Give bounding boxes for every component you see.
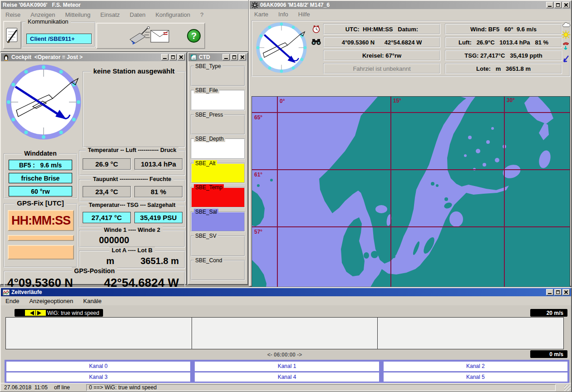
nav-info-panel: UTC: HH:MM:SS Datum: 4°09.5360 N 42°54.6… bbox=[251, 20, 570, 77]
lat-label-57: 57° bbox=[254, 229, 262, 235]
minimize-button[interactable] bbox=[161, 54, 168, 60]
window-reise: Reise '06AK0906' F.S. Meteor Reise Anzei… bbox=[0, 0, 250, 52]
minimize-button[interactable] bbox=[222, 54, 230, 60]
lat-label-61: 61° bbox=[254, 172, 262, 178]
feuchte-value: 81 % bbox=[134, 186, 182, 197]
kanal-button-grid: Kanal 0 Kanal 1 Kanal 2 Kanal 3 Kanal 4 … bbox=[5, 360, 569, 383]
overview-map[interactable]: 0° 15° 30° 65° 61° 57° bbox=[251, 96, 570, 292]
communication-panel: ? bbox=[96, 23, 205, 49]
time-span-label: <- 06:00:00 -> bbox=[246, 352, 323, 358]
scroll-left-icon[interactable] bbox=[30, 311, 34, 315]
channel-selector-pill: WiG: true wind speed bbox=[15, 309, 103, 317]
luft-temp: 26.9 °C bbox=[83, 158, 131, 170]
karte-title: 06AK0906 'M148/2' M147_6 bbox=[260, 2, 544, 8]
cockpit-titlebar[interactable]: Cockpit <Operator = Jost > bbox=[1, 53, 186, 61]
menu-hilfe[interactable]: Hilfe bbox=[298, 11, 310, 18]
menu-reise[interactable]: Reise bbox=[5, 11, 20, 18]
kanal-1-button[interactable]: Kanal 1 bbox=[195, 362, 379, 371]
lon-label-0: 0° bbox=[280, 98, 285, 104]
kanal-3-button[interactable]: Kanal 3 bbox=[6, 372, 190, 382]
maximize-button[interactable] bbox=[554, 2, 562, 8]
lon-label-30: 30° bbox=[507, 97, 515, 103]
gps-fix-bar-1 bbox=[8, 235, 74, 241]
utc-field: UTC: HH:MM:SS Datum: bbox=[323, 24, 440, 34]
minimize-button[interactable] bbox=[546, 289, 553, 295]
ctd-section-file: SBE_File bbox=[191, 90, 245, 110]
penguin-icon bbox=[3, 54, 10, 61]
ctd-section-alt: SBE_Alt bbox=[191, 163, 245, 183]
station-notice: keine Station ausgewählt bbox=[91, 67, 177, 75]
maximize-button[interactable] bbox=[231, 54, 238, 60]
reise-menubar: Reise Anzeigen Mitteilung Einsatz Daten … bbox=[1, 9, 249, 20]
scale-max-badge: 20 m/s bbox=[530, 309, 567, 317]
minimize-button[interactable] bbox=[546, 2, 553, 8]
client-select[interactable]: Client /SBE911+ bbox=[26, 34, 92, 44]
logbook-button[interactable] bbox=[3, 21, 21, 49]
ctd-section-sal: SBE_Sal bbox=[191, 211, 245, 232]
tsg-salz: 35,419 PSU bbox=[134, 212, 182, 223]
chart-pane-3 bbox=[378, 318, 563, 349]
zeit-titlebar[interactable]: Zeitverläufe bbox=[1, 288, 571, 296]
maximize-button[interactable] bbox=[169, 54, 177, 60]
menu-kanaele[interactable]: Kanäle bbox=[83, 298, 101, 304]
statusbar-message: 0 ==> WiG: true wind speed bbox=[86, 384, 556, 391]
close-button[interactable] bbox=[562, 2, 570, 8]
taupunkt-group: Taupunkt --------------- Feuchte 23,4 °C… bbox=[79, 179, 185, 202]
satellite-mail-icon bbox=[125, 26, 175, 49]
ctd-titlebar[interactable]: CTD bbox=[188, 53, 247, 61]
menu-info[interactable]: Info bbox=[278, 11, 288, 18]
wind-beaufort: BF5 : 9.6 m/s bbox=[9, 160, 72, 170]
menu-help[interactable]: ? bbox=[200, 11, 203, 18]
window-karte: 06AK0906 'M148/2' M147_6 Karte Info Hilf… bbox=[249, 0, 572, 287]
drift-arrow-icon bbox=[562, 55, 570, 67]
ctd-section-temp: SBE_Temp bbox=[191, 187, 245, 207]
menu-einsatz[interactable]: Einsatz bbox=[100, 11, 120, 18]
statusbar-connection: off line bbox=[54, 384, 70, 391]
compass-star-icon bbox=[251, 2, 258, 9]
menu-ende[interactable]: Ende bbox=[5, 298, 19, 304]
maximize-button[interactable] bbox=[554, 289, 562, 295]
close-button[interactable] bbox=[562, 289, 570, 295]
karte-titlebar[interactable]: 06AK0906 'M148/2' M147_6 bbox=[250, 1, 571, 9]
kreisel-field: Kreisel: 67°rw bbox=[323, 50, 440, 61]
desktop: { "reise": { "title": "Reise '06AK0906' … bbox=[0, 0, 572, 392]
scroll-right-icon[interactable] bbox=[37, 311, 41, 315]
menu-karte[interactable]: Karte bbox=[254, 11, 268, 18]
close-button[interactable] bbox=[178, 54, 185, 60]
lot-b-value: 3651.8 m bbox=[140, 256, 179, 266]
menu-mitteilung[interactable]: Mitteilung bbox=[65, 11, 90, 18]
wind-direction: 60 °rw bbox=[9, 186, 72, 196]
kanal-5-button[interactable]: Kanal 5 bbox=[384, 372, 567, 382]
menu-anzeigeoptionen[interactable]: Anzeigeoptionen bbox=[29, 298, 73, 304]
heading-compass bbox=[5, 63, 83, 143]
taupunkt-value: 23,4 °C bbox=[83, 186, 131, 197]
menu-konfiguration[interactable]: Konfiguration bbox=[155, 11, 190, 18]
lote-field: Lote: m 3651.8 m bbox=[445, 63, 562, 74]
resize-grip[interactable] bbox=[564, 385, 571, 391]
close-button[interactable] bbox=[239, 54, 246, 60]
kommunikation-group: Kommunikation Client /SBE911+ bbox=[22, 22, 95, 47]
tsg-group: Temperatur--- TSG --- Salzgehalt 27,417 … bbox=[79, 205, 185, 228]
kanal-2-button[interactable]: Kanal 2 bbox=[384, 362, 567, 371]
window-cockpit: Cockpit <Operator = Jost > bbox=[0, 52, 187, 285]
statusbar: 27.06.2018 11:05 off line 0 ==> WiG: tru… bbox=[1, 383, 571, 392]
winden-value: 000000 bbox=[99, 235, 129, 245]
wind-description: frische Brise bbox=[9, 173, 72, 183]
channel-scroll-arrows[interactable] bbox=[25, 310, 46, 316]
position-field: 4°09.5360 N 42°54.6824 W bbox=[323, 37, 440, 48]
station-group: keine Station ausgewählt bbox=[83, 71, 185, 147]
reise-title: Reise '06AK0906' F.S. Meteor bbox=[3, 2, 247, 8]
ctd-section-depth: SBE_Depth bbox=[191, 138, 245, 159]
reise-titlebar[interactable]: Reise '06AK0906' F.S. Meteor bbox=[1, 1, 249, 9]
help-icon[interactable]: ? bbox=[187, 29, 201, 43]
wind-compass bbox=[255, 21, 308, 76]
kanal-4-button[interactable]: Kanal 4 bbox=[195, 372, 379, 382]
menu-daten[interactable]: Daten bbox=[130, 11, 146, 18]
ctd-section-cond: SBE_Cond bbox=[191, 260, 245, 280]
statusbar-datetime: 27.06.2018 11:05 bbox=[4, 384, 48, 391]
ctd-section-press: SBE_Press bbox=[191, 114, 245, 135]
menu-anzeigen[interactable]: Anzeigen bbox=[30, 11, 55, 18]
timeseries-chart bbox=[5, 317, 564, 349]
luft-field: Luft: 26.9°C 1013.4 hPa 81 % bbox=[445, 37, 562, 48]
kanal-0-button[interactable]: Kanal 0 bbox=[6, 362, 190, 371]
